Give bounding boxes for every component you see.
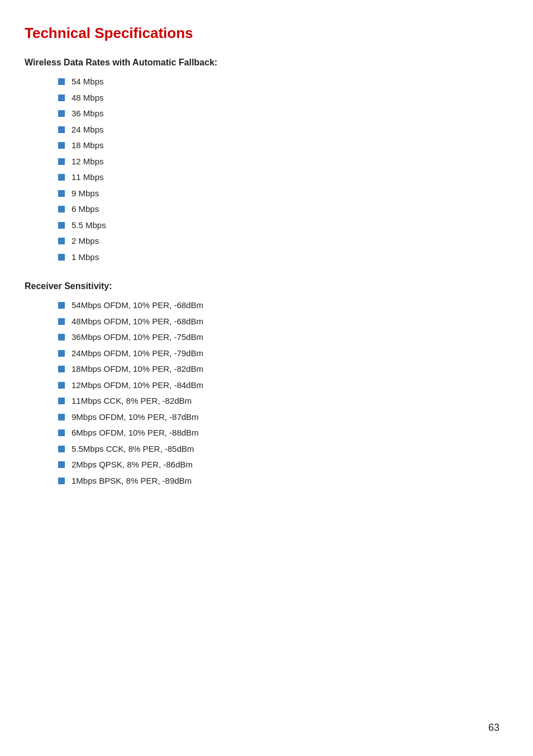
bullet-icon	[58, 78, 65, 85]
receiver-sensitivity-list: 54Mbps OFDM, 10% PER, -68dBm48Mbps OFDM,…	[58, 299, 499, 487]
bullet-icon	[58, 94, 65, 101]
list-item: 6 Mbps	[58, 203, 499, 216]
bullet-icon	[58, 382, 65, 389]
list-item-text: 5.5 Mbps	[72, 219, 106, 232]
bullet-icon	[58, 190, 65, 197]
list-item-text: 9 Mbps	[72, 187, 99, 200]
list-item: 36Mbps OFDM, 10% PER, -75dBm	[58, 331, 499, 344]
list-item: 48Mbps OFDM, 10% PER, -68dBm	[58, 315, 499, 328]
list-item: 11Mbps CCK, 8% PER, -82dBm	[58, 395, 499, 408]
data-rates-list: 54 Mbps48 Mbps36 Mbps24 Mbps18 Mbps12 Mb…	[58, 75, 499, 263]
list-item: 9 Mbps	[58, 187, 499, 200]
list-item-text: 6Mbps OFDM, 10% PER, -88dBm	[72, 427, 199, 440]
list-item-text: 2 Mbps	[72, 235, 99, 248]
list-item: 5.5Mbps CCK, 8% PER, -85dBm	[58, 443, 499, 456]
bullet-icon	[58, 302, 65, 309]
bullet-icon	[58, 126, 65, 133]
bullet-icon	[58, 398, 65, 404]
bullet-icon	[58, 254, 65, 261]
list-item: 24Mbps OFDM, 10% PER, -79dBm	[58, 347, 499, 360]
bullet-icon	[58, 318, 65, 325]
bullet-icon	[58, 158, 65, 165]
list-item: 54 Mbps	[58, 75, 499, 88]
list-item-text: 5.5Mbps CCK, 8% PER, -85dBm	[72, 443, 194, 456]
bullet-icon	[58, 414, 65, 420]
page-number: 63	[488, 722, 499, 734]
list-item: 18Mbps OFDM, 10% PER, -82dBm	[58, 363, 499, 376]
bullet-icon	[58, 478, 65, 484]
page-container: Technical Specifications Wireless Data R…	[0, 0, 533, 756]
list-item: 11 Mbps	[58, 171, 499, 184]
list-item-text: 12 Mbps	[72, 155, 104, 168]
bullet-icon	[58, 350, 65, 357]
bullet-icon	[58, 174, 65, 181]
page-title: Technical Specifications	[25, 25, 499, 42]
bullet-icon	[58, 334, 65, 341]
bullet-icon	[58, 461, 65, 468]
bullet-icon	[58, 222, 65, 229]
list-item-text: 36 Mbps	[72, 107, 104, 120]
bullet-icon	[58, 238, 65, 244]
list-item: 2Mbps QPSK, 8% PER, -86dBm	[58, 459, 499, 471]
bullet-icon	[58, 110, 65, 117]
section1-heading: Wireless Data Rates with Automatic Fallb…	[25, 58, 499, 68]
list-item-text: 36Mbps OFDM, 10% PER, -75dBm	[72, 331, 203, 344]
list-item-text: 48 Mbps	[72, 92, 104, 105]
bullet-icon	[58, 429, 65, 436]
list-item-text: 18 Mbps	[72, 139, 104, 152]
list-item: 5.5 Mbps	[58, 219, 499, 232]
bullet-icon	[58, 142, 65, 149]
list-item: 12 Mbps	[58, 155, 499, 168]
list-item: 2 Mbps	[58, 235, 499, 248]
list-item-text: 54 Mbps	[72, 75, 104, 88]
list-item-text: 6 Mbps	[72, 203, 99, 216]
list-item: 1Mbps BPSK, 8% PER, -89dBm	[58, 475, 499, 488]
list-item-text: 1Mbps BPSK, 8% PER, -89dBm	[72, 475, 192, 488]
list-item-text: 11Mbps CCK, 8% PER, -82dBm	[72, 395, 192, 408]
list-item: 9Mbps OFDM, 10% PER, -87dBm	[58, 411, 499, 424]
list-item-text: 24 Mbps	[72, 124, 104, 136]
list-item: 18 Mbps	[58, 139, 499, 152]
list-item-text: 9Mbps OFDM, 10% PER, -87dBm	[72, 411, 199, 424]
list-item: 36 Mbps	[58, 107, 499, 120]
list-item-text: 12Mbps OFDM, 10% PER, -84dBm	[72, 379, 203, 392]
list-item-text: 48Mbps OFDM, 10% PER, -68dBm	[72, 315, 203, 328]
list-item: 54Mbps OFDM, 10% PER, -68dBm	[58, 299, 499, 312]
list-item: 6Mbps OFDM, 10% PER, -88dBm	[58, 427, 499, 440]
list-item: 12Mbps OFDM, 10% PER, -84dBm	[58, 379, 499, 392]
list-item-text: 1 Mbps	[72, 251, 99, 264]
section2-heading: Receiver Sensitivity:	[25, 281, 499, 291]
bullet-icon	[58, 366, 65, 372]
list-item-text: 2Mbps QPSK, 8% PER, -86dBm	[72, 459, 193, 471]
list-item-text: 54Mbps OFDM, 10% PER, -68dBm	[72, 299, 203, 312]
list-item-text: 11 Mbps	[72, 171, 104, 184]
list-item: 24 Mbps	[58, 124, 499, 136]
list-item: 48 Mbps	[58, 92, 499, 105]
bullet-icon	[58, 446, 65, 452]
bullet-icon	[58, 206, 65, 212]
list-item-text: 24Mbps OFDM, 10% PER, -79dBm	[72, 347, 203, 360]
list-item-text: 18Mbps OFDM, 10% PER, -82dBm	[72, 363, 203, 376]
list-item: 1 Mbps	[58, 251, 499, 264]
